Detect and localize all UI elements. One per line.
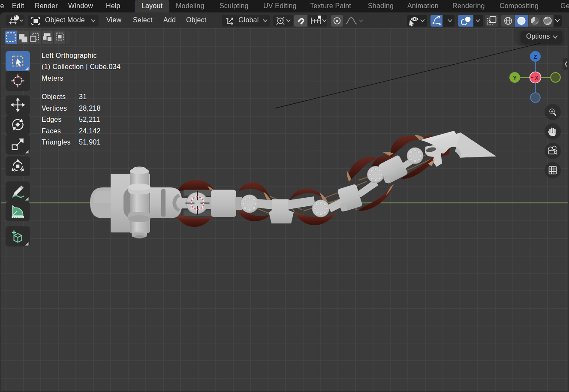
- svg-text:X: X: [535, 75, 538, 81]
- svg-text:Y: Y: [513, 75, 517, 81]
- svg-text:Z: Z: [534, 54, 537, 60]
